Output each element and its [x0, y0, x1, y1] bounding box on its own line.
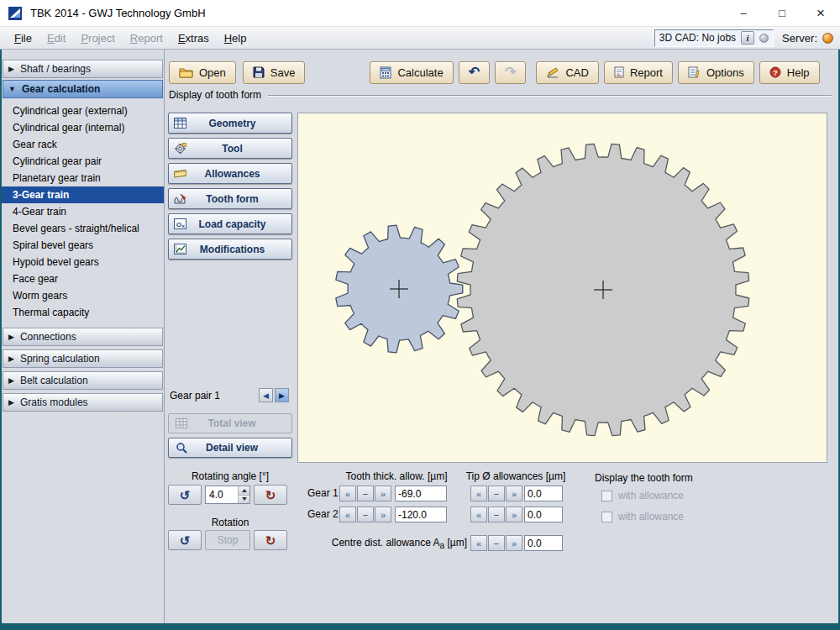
previous-pair-button[interactable]: ◀: [259, 388, 273, 402]
gear-pair-selector: Gear pair 1 ◀ ▶: [170, 388, 289, 402]
chevron-down-icon: ▼: [8, 85, 16, 93]
menu-edit[interactable]: Edit: [39, 29, 73, 47]
checkbox-with-allowance-1[interactable]: [601, 491, 612, 501]
sidebar-item-cylindrical-gear-pair[interactable]: Cylindrical gear pair: [2, 153, 164, 170]
increase-button[interactable]: »: [375, 507, 391, 522]
rotation-cw-button[interactable]: ↻: [254, 530, 287, 550]
spinner-up-button[interactable]: [239, 486, 249, 496]
info-button[interactable]: i: [741, 31, 754, 45]
total-view-button[interactable]: Total view: [168, 413, 292, 433]
gear1-tip-allowance-input[interactable]: [524, 486, 563, 501]
menu-report[interactable]: Report: [123, 29, 171, 47]
sidebar-item-bevel-gears[interactable]: Bevel gears - straight/helical: [2, 220, 164, 237]
increase-button[interactable]: »: [506, 486, 522, 501]
sidebar-item-cylindrical-gear-external[interactable]: Cylindrical gear (external): [2, 102, 164, 119]
with-allowance-row-1: with allowance: [601, 490, 684, 501]
gear2-tip-allowance-input[interactable]: [524, 507, 563, 522]
menu-extras[interactable]: Extras: [171, 29, 217, 47]
rotating-angle-input[interactable]: [206, 486, 238, 503]
calculator-icon: [380, 66, 391, 79]
menubar: File Edit Project Report Extras Help 3D …: [0, 27, 840, 50]
sidebar-section-shaft-bearings[interactable]: ▶ Shaft / bearings: [3, 60, 163, 78]
divider: [268, 95, 832, 97]
stop-label: Stop: [218, 534, 239, 546]
gear1-tip-allowance-stepper: « − »: [470, 486, 522, 501]
document-icon: [614, 66, 624, 78]
tooth-profile-icon: [174, 193, 186, 204]
sidebar-item-spiral-bevel-gears[interactable]: Spiral bevel gears: [2, 237, 164, 254]
sidebar-section-belt-calculation[interactable]: ▶ Belt calculation: [3, 371, 163, 390]
geometry-button[interactable]: Geometry: [168, 113, 292, 134]
options-button[interactable]: Options: [678, 61, 754, 84]
calculate-button[interactable]: Calculate: [370, 61, 453, 84]
sidebar-item-cylindrical-gear-internal[interactable]: Cylindrical gear (internal): [2, 119, 164, 136]
allowances-button[interactable]: Allowances: [168, 163, 292, 184]
load-capacity-button[interactable]: Ox Load capacity: [168, 213, 292, 234]
reset-button[interactable]: −: [357, 507, 374, 522]
modifications-button[interactable]: Modifications: [168, 239, 292, 260]
decrease-button[interactable]: «: [470, 535, 487, 551]
next-pair-button[interactable]: ▶: [275, 388, 289, 402]
ruler-icon: [174, 168, 186, 179]
reset-button[interactable]: −: [488, 507, 505, 522]
reset-button[interactable]: −: [488, 535, 505, 551]
gear1-tooth-thickness-stepper: « − »: [339, 486, 391, 501]
sidebar-item-3-gear-train[interactable]: 3-Gear train: [2, 186, 164, 203]
help-button[interactable]: ? Help: [759, 61, 820, 84]
gear1-tooth-thickness-input[interactable]: [395, 486, 447, 501]
decrease-button[interactable]: «: [339, 486, 356, 501]
reset-button[interactable]: −: [488, 486, 505, 501]
menu-project[interactable]: Project: [73, 29, 122, 47]
save-button[interactable]: Save: [243, 61, 306, 84]
chevron-right-icon: ▶: [8, 398, 14, 407]
menu-file[interactable]: File: [7, 29, 39, 47]
rotation-ccw-button[interactable]: ↺: [168, 530, 202, 550]
close-button[interactable]: ×: [801, 0, 840, 27]
sidebar-section-gratis-modules[interactable]: ▶ Gratis modules: [3, 393, 163, 412]
menu-help[interactable]: Help: [217, 29, 255, 47]
svg-text:O: O: [176, 221, 181, 228]
sidebar-section-connections[interactable]: ▶ Connections: [3, 328, 163, 346]
decrease-button[interactable]: «: [470, 507, 487, 522]
undo-button[interactable]: ↶: [459, 61, 490, 84]
rotate-cw-button[interactable]: ↻: [254, 485, 287, 505]
tooth-form-button[interactable]: Tooth form: [168, 188, 292, 209]
sidebar-item-4-gear-train[interactable]: 4-Gear train: [2, 203, 164, 220]
gear2-tooth-thickness-input[interactable]: [395, 507, 447, 522]
gear-display: [298, 113, 827, 462]
rotate-ccw-button[interactable]: ↺: [168, 485, 202, 505]
rotate-ccw-icon: ↺: [180, 489, 191, 501]
cad-button[interactable]: CAD: [536, 61, 598, 84]
table-grid-icon: [174, 118, 186, 129]
tool-button[interactable]: Tool: [168, 138, 292, 159]
minimize-button[interactable]: –: [724, 0, 763, 27]
decrease-button[interactable]: «: [470, 486, 487, 501]
sidebar-section-spring-calculation[interactable]: ▶ Spring calculation: [3, 349, 163, 368]
sidebar-item-worm-gears[interactable]: Worm gears: [2, 287, 164, 304]
decrease-button[interactable]: «: [339, 507, 356, 522]
report-button[interactable]: Report: [604, 61, 673, 84]
increase-button[interactable]: »: [506, 535, 522, 551]
detail-view-button[interactable]: Detail view: [168, 438, 292, 458]
stop-button[interactable]: Stop: [205, 530, 250, 550]
sidebar-item-gear-rack[interactable]: Gear rack: [2, 136, 164, 153]
rotate-cw-icon: ↻: [265, 489, 276, 501]
display-tooth-form-label: Display the tooth form: [595, 472, 693, 484]
sidebar-item-thermal-capacity[interactable]: Thermal capacity: [2, 304, 164, 321]
maximize-button[interactable]: □: [763, 0, 801, 27]
sidebar-section-gear-calculation[interactable]: ▼ Gear calculation: [3, 80, 163, 98]
chevron-right-icon: ▶: [8, 376, 14, 385]
sidebar-item-hypoid-bevel-gears[interactable]: Hypoid bevel gears: [2, 254, 164, 270]
redo-button[interactable]: ↷: [495, 61, 526, 84]
open-button[interactable]: Open: [169, 61, 236, 84]
increase-button[interactable]: »: [506, 507, 522, 522]
sidebar-item-planetary-gear-train[interactable]: Planetary gear train: [2, 170, 164, 186]
increase-button[interactable]: »: [375, 486, 391, 501]
with-allowance-label: with allowance: [618, 490, 684, 501]
reset-button[interactable]: −: [357, 486, 374, 501]
spinner-down-button[interactable]: [239, 496, 249, 504]
tip-diameter-allowances-header: Tip Ø allowances [µm]: [454, 470, 578, 482]
centre-distance-input[interactable]: [524, 535, 563, 551]
checkbox-with-allowance-2[interactable]: [601, 512, 612, 522]
sidebar-item-face-gear[interactable]: Face gear: [2, 270, 164, 287]
